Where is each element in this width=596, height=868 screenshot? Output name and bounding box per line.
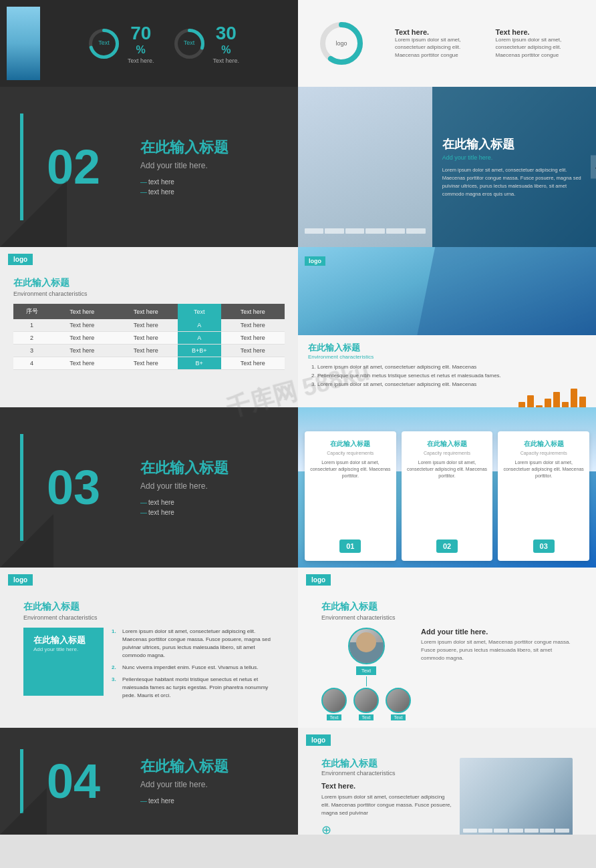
col1-body: Lorem ipsum dolor sit amet, consectetuer… [395, 36, 479, 59]
r5r-add-title: Add your title here. [421, 628, 573, 636]
org-chart: Text Text Text Text [321, 628, 411, 720]
org-small-label-2: Text [359, 714, 374, 720]
r3r-text-area: 在此输入标题 Environment characteristics Lorem… [298, 335, 596, 407]
triangle-decoration [0, 180, 67, 247]
donut-30: Text [171, 25, 208, 62]
org-main-avatar [348, 628, 385, 664]
org-small-avatar-1 [321, 688, 347, 713]
r5l-title: 在此输入标题 [23, 601, 275, 613]
org-node-2: Text [353, 688, 379, 720]
logo-badge-r6r: logo [306, 734, 331, 746]
slide-title-block-3: 在此输入标题 Add your title here. text here te… [140, 458, 229, 517]
r3l-title: 在此输入标题 [13, 277, 285, 289]
th-2: Text here [114, 304, 177, 319]
bar-8 [571, 389, 577, 407]
s5-box: 在此输入标题 Add your title here. [23, 628, 104, 696]
main-grid: Text 70 % Text here. Text [0, 0, 596, 835]
bar-7 [562, 402, 569, 407]
r6r-text: 在此输入标题 Environment characteristics Text … [321, 758, 453, 835]
col2-text: Text here. Lorem ipsum dolor sit amet, c… [492, 25, 583, 62]
percent-70-group: Text 70 % Text here. [86, 23, 154, 64]
card-2-body: Lorem ipsum dolor sit amet, consectetuer… [407, 459, 488, 479]
donut-70: Text [86, 25, 122, 62]
slide-r3-right: logo 在此输入标题 Environment characteristics … [298, 247, 596, 407]
bar-6 [553, 392, 560, 407]
r6r-text-here: Text here. [321, 782, 453, 790]
card-1-body: Lorem ipsum dolor sit amet, consectetuer… [310, 459, 391, 479]
table-row: 3 Text here Text here B+B+ Text here [13, 345, 285, 357]
r6r-subtitle: Environment characteristics [321, 770, 453, 777]
keyboard-sim [305, 228, 426, 234]
r5r-desc: Add your title here. Lorem ipsum dolor s… [421, 628, 573, 662]
donut-70-label: Text [98, 40, 110, 47]
cards-container: 在此输入标题 Capacity requirements Lorem ipsum… [305, 431, 589, 561]
r6r-body: Lorem ipsum dolor sit amet, consectetuer… [321, 793, 453, 817]
bar-chart-wrap [308, 389, 586, 407]
r6r-photo [460, 758, 573, 835]
table-row: 2 Text here Text here A Text here [13, 332, 285, 345]
col1-text: Text here. Lorem ipsum dolor sit amet, c… [392, 25, 482, 62]
building-overlay [417, 247, 596, 335]
slide-number-3: 03 [47, 463, 127, 511]
table-row: 4 Text here Text here B+ Text here [13, 357, 285, 370]
card-2-cap: Capacity requirements [407, 451, 488, 455]
r5l-content: 在此输入标题 Environment characteristics 在此输入标… [13, 578, 285, 704]
org-connector [366, 676, 367, 686]
card-3-body: Lorem ipsum dolor sit amet, consectetuer… [503, 459, 584, 479]
main-title: 在此输入标题 [140, 138, 229, 158]
nav-arrow[interactable]: ❮ [591, 156, 596, 179]
bar-chart [510, 389, 586, 407]
org-small-avatar-3 [386, 688, 411, 713]
percent-70-value: 70 % Text here. [128, 23, 154, 64]
r2-add-title: Add your title here. [442, 154, 586, 161]
zoom-icon[interactable]: ⊕ [321, 823, 453, 835]
r2-right-overlay: ❮ 在此输入标题 Add your title here. Lorem ipsu… [432, 87, 596, 247]
slide-r2-left: 02 在此输入标题 Add your title here. text here… [0, 87, 298, 247]
card-3-num: 03 [533, 539, 555, 553]
r5l-subtitle: Environment characteristics [23, 614, 275, 621]
r2-main-title: 在此输入标题 [442, 136, 586, 152]
r3r-list: Lorem ipsum dolor sit amet, consectetuer… [308, 363, 586, 389]
card-1-title: 在此输入标题 [310, 439, 391, 449]
list-item-3-2: text here [140, 507, 229, 517]
card-1: 在此输入标题 Capacity requirements Lorem ipsum… [305, 431, 396, 561]
col2-body: Lorem ipsum dolor sit amet, consectetuer… [496, 36, 580, 59]
slide-subtitle-4: Add your title here. [140, 780, 229, 789]
org-small-label-1: Text [327, 714, 342, 720]
card-1-num: 01 [339, 539, 361, 553]
th-4: Text here [221, 304, 285, 319]
logo-badge-r3r: logo [305, 254, 325, 266]
list-item-3-1: text here [140, 497, 229, 507]
card-2-title: 在此输入标题 [407, 439, 488, 449]
donut-large: logo [318, 20, 365, 67]
bar-5 [545, 399, 551, 407]
slide-r4-right: 在此输入标题 Capacity requirements Lorem ipsum… [298, 407, 596, 568]
slide-r6-right: logo 在此输入标题 Environment characteristics … [298, 728, 596, 835]
slide-subtitle-3: Add your title here. [140, 481, 229, 491]
main-title-3: 在此输入标题 [140, 458, 229, 478]
r3r-title: 在此输入标题 [308, 342, 586, 354]
col1-title: Text here. [395, 28, 479, 36]
r2-right-layout: ❮ 在此输入标题 Add your title here. Lorem ipsu… [298, 87, 596, 247]
card-2: 在此输入标题 Capacity requirements Lorem ipsum… [402, 431, 493, 561]
slide-number-4: 04 [47, 757, 127, 805]
donut-large-label: logo [335, 40, 347, 47]
donut-30-label: Text [184, 40, 195, 47]
slide-list: text here text here [140, 177, 229, 197]
main-title-4: 在此输入标题 [140, 756, 229, 777]
slide-subtitle: Add your title here. [140, 161, 229, 170]
org-node-1: Text [321, 688, 347, 720]
col2-title: Text here. [496, 28, 580, 36]
th-3: Text [178, 304, 221, 319]
r3r-list-0: Lorem ipsum dolor sit amet, consectetuer… [317, 363, 586, 372]
slide-title-block: 在此输入标题 Add your title here. text here te… [140, 138, 229, 197]
percent-30-group: Text 30 % Text here. [171, 23, 240, 64]
bar-3 [527, 395, 534, 407]
r3r-list-1: Pellentesque que nibh metus tristique se… [317, 372, 586, 381]
bar-9 [579, 397, 586, 407]
r3l-content: 在此输入标题 Environment characteristics 序号 Te… [13, 257, 285, 370]
slide-list-3: text here text here [140, 497, 229, 517]
org-main-label: Text [356, 666, 377, 675]
photo-area [298, 87, 432, 247]
r5r-subtitle: Environment characteristics [321, 614, 573, 621]
